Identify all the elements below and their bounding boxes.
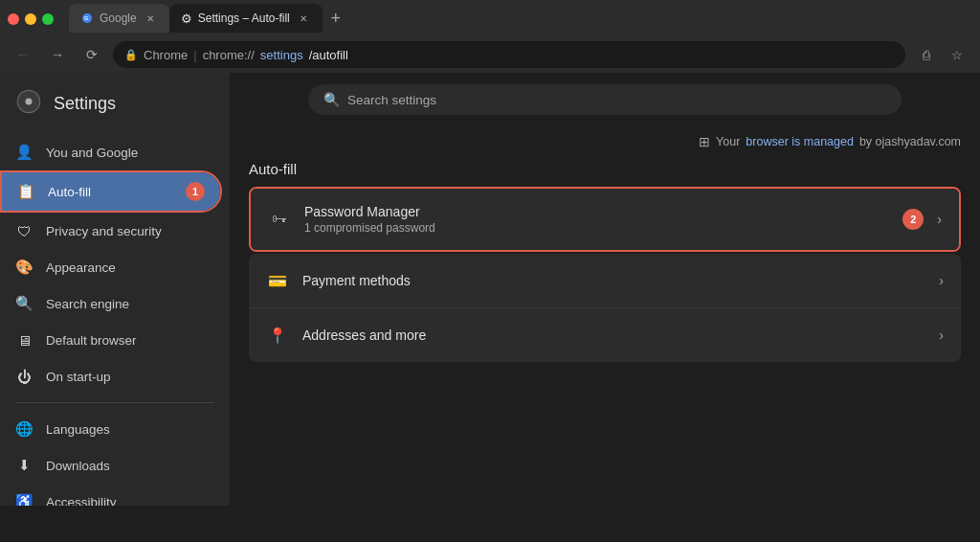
share-button[interactable]: ⎙ <box>913 41 940 68</box>
section-title: Auto-fill <box>249 153 961 187</box>
settings-row-addresses[interactable]: 📍 Addresses and more › <box>249 308 961 362</box>
sidebar-item-autofill[interactable]: 📋 Auto-fill 1 <box>2 172 220 211</box>
password-manager-text: Password Manager 1 compromised password <box>304 204 889 235</box>
password-manager-badge: 2 <box>902 209 924 230</box>
chrome-label: Chrome <box>144 48 188 62</box>
sidebar-label-languages: Languages <box>46 422 110 437</box>
appearance-icon: 🎨 <box>15 259 33 276</box>
url-separator: | <box>193 48 196 62</box>
tab-favicon-settings: ⚙ <box>181 11 192 26</box>
tab-label-google: Google <box>100 11 137 25</box>
payment-icon: 💳 <box>266 269 289 292</box>
svg-text:G: G <box>84 15 88 21</box>
payment-chevron: › <box>939 273 944 288</box>
payment-title: Payment methods <box>302 273 925 288</box>
back-button[interactable]: ← <box>10 41 36 68</box>
managed-notice: ⊞ Your browser is managed by ojashyadav.… <box>249 126 961 153</box>
managed-suffix: by ojashyadav.com <box>859 135 961 148</box>
sidebar-label-on-startup: On start-up <box>46 370 111 384</box>
forward-button[interactable]: → <box>44 41 71 68</box>
close-button[interactable] <box>8 13 19 25</box>
sidebar-label-accessibility: Accessibility <box>46 495 117 507</box>
sidebar-label-appearance: Appearance <box>46 260 116 275</box>
password-manager-icon: 🗝 <box>268 208 291 231</box>
sidebar-label-privacy: Privacy and security <box>46 224 162 238</box>
sidebar-divider <box>15 402 214 403</box>
new-tab-button[interactable]: + <box>323 5 349 32</box>
tab-label-settings: Settings – Auto-fill <box>198 11 290 25</box>
accessibility-icon: ♿ <box>15 493 33 506</box>
url-highlight: settings <box>260 48 303 62</box>
sidebar-label-downloads: Downloads <box>46 459 110 473</box>
reload-button[interactable]: ⟳ <box>78 41 105 68</box>
default-browser-icon: 🖥 <box>15 331 33 349</box>
sidebar-label-you-google: You and Google <box>46 146 138 160</box>
addresses-chevron: › <box>939 327 944 343</box>
tab-close-google[interactable]: ✕ <box>143 11 158 26</box>
search-placeholder: Search settings <box>347 93 436 107</box>
address-bar-row: ← → ⟳ 🔒 Chrome | chrome://settings/autof… <box>0 36 980 73</box>
downloads-icon: ⬇ <box>15 457 33 474</box>
maximize-button[interactable] <box>42 13 54 25</box>
url-prefix: chrome:// <box>203 48 255 62</box>
addresses-icon: 📍 <box>266 324 289 347</box>
sidebar-item-default-browser[interactable]: 🖥 Default browser <box>0 322 222 358</box>
settings-list-other: 💳 Payment methods › 📍 Addresses and more… <box>249 254 961 362</box>
sidebar-item-accessibility[interactable]: ♿ Accessibility <box>0 484 222 506</box>
sidebar-label-search-engine: Search engine <box>46 297 129 311</box>
password-manager-wrapper: 🗝 Password Manager 1 compromised passwor… <box>249 187 961 252</box>
payment-text: Payment methods <box>302 273 925 288</box>
managed-prefix: Your <box>716 135 740 148</box>
sidebar-item-search-engine[interactable]: 🔍 Search engine <box>0 285 222 322</box>
password-manager-title: Password Manager <box>304 204 889 219</box>
sidebar-item-appearance[interactable]: 🎨 Appearance <box>0 249 222 285</box>
sidebar-label-autofill: Auto-fill <box>48 185 91 199</box>
content-area: 🔍 Search settings ⊞ Your browser is mana… <box>230 73 980 506</box>
managed-grid-icon: ⊞ <box>699 134 710 149</box>
on-startup-icon: ⏻ <box>15 368 33 385</box>
sidebar-item-languages[interactable]: 🌐 Languages <box>0 411 222 447</box>
address-bar[interactable]: 🔒 Chrome | chrome://settings/autofill <box>113 41 905 68</box>
addresses-title: Addresses and more <box>302 327 925 343</box>
tab-google[interactable]: G Google ✕ <box>69 4 169 33</box>
minimize-button[interactable] <box>25 13 36 25</box>
you-google-icon: 👤 <box>15 144 33 161</box>
search-bar-wrap: 🔍 Search settings <box>249 73 961 126</box>
sidebar-item-on-startup[interactable]: ⏻ On start-up <box>0 358 222 395</box>
sidebar-item-privacy[interactable]: 🛡 Privacy and security <box>0 213 222 249</box>
toolbar-right: ⎙ ☆ <box>913 41 970 68</box>
svg-point-3 <box>26 99 33 105</box>
bookmark-button[interactable]: ☆ <box>944 41 970 68</box>
autofill-icon: 📋 <box>17 183 34 200</box>
chrome-body: Settings 👤 You and Google 📋 Auto-fill 1 … <box>0 73 980 506</box>
settings-title: Settings <box>54 94 116 114</box>
languages-icon: 🌐 <box>15 420 33 438</box>
window-controls <box>8 13 54 25</box>
settings-logo <box>15 88 42 119</box>
sidebar-item-downloads[interactable]: ⬇ Downloads <box>0 447 222 484</box>
autofill-badge: 1 <box>186 182 205 201</box>
sidebar-item-autofill-wrapper: 📋 Auto-fill 1 <box>0 170 222 213</box>
sidebar-label-default-browser: Default browser <box>46 333 137 348</box>
sidebar-item-you-google[interactable]: 👤 You and Google <box>0 134 222 170</box>
tab-settings[interactable]: ⚙ Settings – Auto-fill ✕ <box>169 4 323 33</box>
password-manager-chevron: › <box>937 212 942 227</box>
addresses-text: Addresses and more <box>302 327 925 343</box>
settings-row-payment[interactable]: 💳 Payment methods › <box>249 254 961 308</box>
password-manager-subtitle: 1 compromised password <box>304 221 889 235</box>
url-suffix: /autofill <box>309 48 348 62</box>
tab-close-settings[interactable]: ✕ <box>296 11 311 26</box>
settings-row-password-manager[interactable]: 🗝 Password Manager 1 compromised passwor… <box>251 189 959 250</box>
sidebar: Settings 👤 You and Google 📋 Auto-fill 1 … <box>0 73 230 506</box>
privacy-icon: 🛡 <box>15 222 33 239</box>
search-bar[interactable]: 🔍 Search settings <box>308 84 902 115</box>
title-bar: G Google ✕ ⚙ Settings – Auto-fill ✕ + <box>0 0 980 36</box>
search-icon: 🔍 <box>323 92 340 107</box>
security-icon: 🔒 <box>124 49 138 61</box>
search-engine-icon: 🔍 <box>15 295 33 312</box>
tab-favicon-google: G <box>80 11 94 25</box>
sidebar-header: Settings <box>0 80 230 134</box>
managed-link[interactable]: browser is managed <box>746 135 854 148</box>
